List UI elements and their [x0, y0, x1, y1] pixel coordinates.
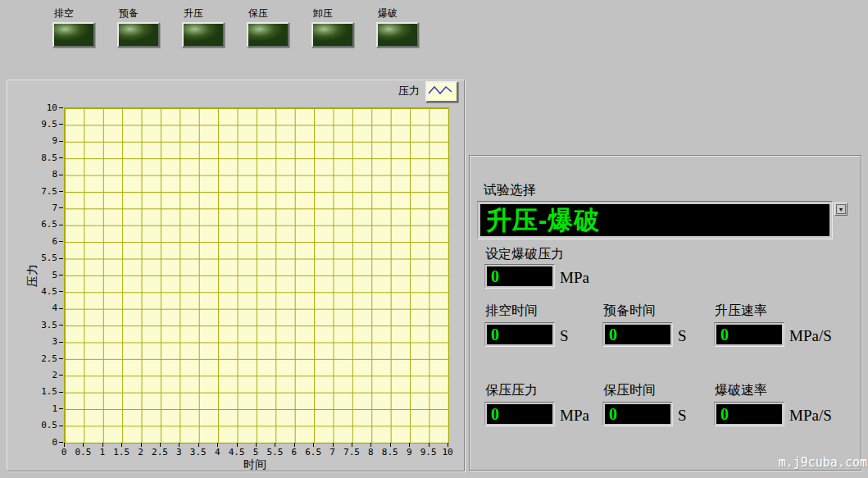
led-hold	[247, 22, 289, 48]
y-tick-label: 9.5	[28, 120, 57, 129]
exhaust-time-label: 排空时间	[485, 303, 538, 320]
hold-pressure-unit: MPa	[560, 407, 589, 425]
exhaust-time-field[interactable]: 0	[484, 322, 555, 347]
y-tick-mark	[59, 392, 63, 393]
waveform-icon	[427, 83, 453, 98]
led-release	[311, 22, 354, 48]
x-tick-label: 10	[435, 448, 460, 457]
watermark: m.j9cuba.com	[779, 455, 867, 470]
led-burst-label: 爆破	[378, 7, 398, 20]
burst-rate-value: 0	[716, 404, 782, 424]
test-select-display: 升压-爆破	[480, 204, 829, 236]
y-tick-mark	[59, 291, 63, 292]
y-tick-label: 2	[28, 371, 57, 380]
led-release-label: 卸压	[313, 7, 333, 20]
y-tick-label: 7.5	[28, 187, 57, 196]
y-tick-label: 8.5	[28, 153, 57, 162]
y-tick-mark	[59, 191, 63, 192]
y-tick-label: 6.5	[28, 220, 57, 229]
hold-pressure-field[interactable]: 0	[484, 402, 555, 426]
y-tick-label: 5	[28, 271, 57, 280]
y-tick-mark	[59, 308, 63, 309]
y-tick-label: 7	[28, 203, 57, 212]
y-tick-mark	[59, 141, 63, 142]
exhaust-time-value: 0	[487, 325, 552, 344]
hold-pressure-label: 保压压力	[485, 382, 538, 399]
legend-swatch[interactable]	[425, 81, 458, 102]
y-tick-label: 5.5	[28, 253, 57, 262]
y-tick-mark	[59, 442, 63, 443]
y-tick-label: 2.5	[28, 354, 57, 363]
y-tick-mark	[59, 375, 63, 376]
y-tick-label: 1.5	[28, 387, 57, 396]
set-burst-pressure-field[interactable]: 0	[484, 264, 555, 289]
y-tick-label: 0.5	[28, 421, 57, 430]
y-tick-mark	[59, 358, 63, 359]
y-tick-label: 9	[28, 136, 57, 145]
exhaust-time-unit: S	[560, 327, 569, 345]
y-tick-mark	[59, 107, 63, 108]
hold-pressure-value: 0	[487, 404, 552, 424]
prepare-time-value: 0	[605, 325, 670, 344]
led-exhaust-label: 排空	[54, 7, 74, 20]
led-prepare	[117, 22, 160, 48]
led-prepare-label: 预备	[119, 7, 139, 20]
test-select-dropdown-button[interactable]: ▼	[834, 203, 848, 216]
y-tick-mark	[59, 241, 63, 242]
y-tick-label: 6	[28, 237, 57, 246]
y-tick-mark	[59, 258, 63, 259]
y-tick-mark	[59, 225, 63, 225]
led-pressurize	[182, 22, 225, 48]
test-select-value: 升压-爆破	[480, 203, 600, 238]
y-tick-label: 8	[28, 170, 57, 179]
set-burst-pressure-value: 0	[487, 266, 552, 286]
y-tick-mark	[59, 408, 63, 409]
y-tick-label: 3	[28, 337, 57, 346]
test-select-ring[interactable]: 升压-爆破	[477, 201, 833, 239]
led-exhaust	[52, 22, 95, 48]
y-tick-mark	[59, 325, 63, 325]
y-tick-mark	[59, 426, 63, 426]
led-hold-label: 保压	[248, 7, 268, 20]
y-tick-mark	[59, 157, 63, 158]
pressurize-rate-value: 0	[716, 325, 782, 344]
led-burst	[376, 22, 419, 48]
chart-plot-area	[64, 107, 449, 444]
hold-time-field[interactable]: 0	[602, 402, 673, 426]
hold-time-value: 0	[605, 404, 670, 424]
y-tick-mark	[59, 175, 63, 175]
set-burst-pressure-unit: MPa	[560, 269, 589, 287]
led-pressurize-label: 升压	[184, 7, 203, 20]
y-tick-mark	[59, 207, 63, 208]
y-tick-label: 0	[28, 438, 57, 447]
burst-rate-label: 爆破速率	[715, 382, 767, 399]
y-tick-mark	[59, 275, 63, 275]
pressurize-rate-field[interactable]: 0	[714, 322, 784, 347]
hold-time-unit: S	[678, 407, 687, 425]
test-select-label: 试验选择	[484, 182, 536, 199]
chevron-down-icon: ▼	[836, 204, 846, 214]
y-tick-label: 3.5	[28, 321, 57, 330]
y-tick-mark	[59, 342, 63, 343]
x-axis-title: 时间	[243, 458, 266, 472]
app-window: 压力 时间 压力 试验选择 升压-爆破 ▼ m.j9cuba.com 排空预备升…	[0, 0, 868, 478]
burst-rate-unit: MPa/S	[789, 407, 832, 425]
prepare-time-unit: S	[678, 327, 687, 345]
legend-label: 压力	[398, 84, 420, 98]
set-burst-pressure-label: 设定爆破压力	[485, 246, 564, 263]
y-tick-mark	[59, 124, 63, 125]
prepare-time-label: 预备时间	[603, 303, 656, 320]
y-tick-label: 4.5	[28, 287, 57, 296]
y-tick-label: 1	[28, 404, 57, 413]
y-tick-label: 4	[28, 303, 57, 312]
prepare-time-field[interactable]: 0	[602, 322, 673, 347]
y-tick-label: 10	[28, 103, 57, 112]
hold-time-label: 保压时间	[603, 382, 656, 399]
pressurize-rate-unit: MPa/S	[789, 327, 832, 345]
burst-rate-field[interactable]: 0	[714, 402, 784, 426]
pressurize-rate-label: 升压速率	[715, 303, 767, 320]
